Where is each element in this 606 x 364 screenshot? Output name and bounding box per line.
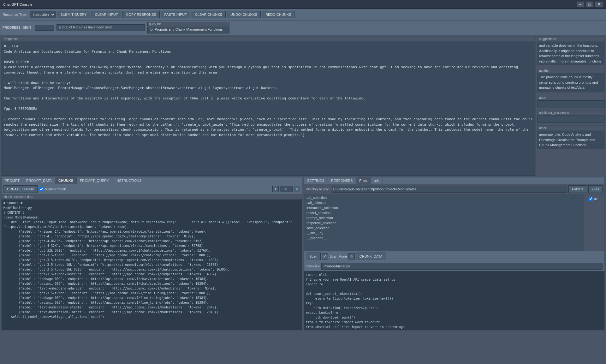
scan-nav-left[interactable]: < xyxy=(322,253,328,260)
redo-chunks-button[interactable]: REDO CHUNKS xyxy=(262,11,294,18)
abort-legend: abort xyxy=(537,95,604,100)
create-chunk-button[interactable]: CREATE CHUNK xyxy=(3,185,38,193)
file-item-save-selection[interactable]: save_selection xyxy=(304,225,584,230)
chunk-toolbar: CREATE CHUNK custom chunk < > xyxy=(2,184,302,194)
tab-prompt-query[interactable]: PROMPT_QUERY xyxy=(77,177,112,184)
maximize-button[interactable]: □ xyxy=(586,2,593,7)
title-bar-title: Chat GPT Console xyxy=(3,3,32,6)
additional-responses-box: additional_responses xyxy=(537,110,605,123)
scan-button[interactable]: Scan xyxy=(306,253,321,260)
tab-prompt[interactable]: PROMPT xyxy=(2,177,23,184)
file-item-instruction-selection[interactable]: instruction_selection xyxy=(304,205,584,210)
progress-section: PROGRESS SENT a total of 6 chunks have b… xyxy=(0,21,606,35)
copy-response-button[interactable]: COPY RESPONSE xyxy=(122,11,159,18)
sent-label: SENT xyxy=(23,26,32,29)
nav-next-button[interactable]: > xyxy=(294,186,300,192)
notation-legend: notation xyxy=(537,68,604,73)
all-checkbox[interactable] xyxy=(589,197,593,201)
file-item-model-selecion[interactable]: model_selecion xyxy=(304,210,584,215)
clear-input-button[interactable]: CLEAR INPUT xyxy=(92,11,122,18)
file-item-call-selection[interactable]: call_selection xyxy=(304,200,584,205)
file-item-api-selection[interactable]: api_selection xyxy=(304,195,584,200)
response-box: Response #TITLE# Code Analysis and Docst… xyxy=(1,36,536,176)
tab-settings[interactable]: SETTINGS xyxy=(304,177,328,184)
nav-prev-button[interactable]: < xyxy=(272,186,279,192)
additional-responses-legend: additional_responses xyxy=(537,110,604,116)
dir-scan-row: Directory to scan: Folders Files xyxy=(304,184,604,194)
files-button[interactable]: Files xyxy=(588,185,603,193)
all-checkbox-label: all xyxy=(587,196,603,202)
all-label: all xyxy=(594,197,597,201)
close-button[interactable]: ✕ xyxy=(595,2,603,7)
chunk-data-button[interactable]: CHUNK_DATA xyxy=(356,253,386,260)
minimize-button[interactable]: ─ xyxy=(577,2,584,7)
sent-text: a total of 6 chunks have been sent xyxy=(56,24,145,31)
generate-title-text: generate_title: Code Analysis and Docstr… xyxy=(537,131,604,149)
other-box: other generate_title: Code Analysis and … xyxy=(537,125,605,149)
chunk-title-area: chunk title xyxy=(304,261,604,271)
submit-query-button[interactable]: SUBMIT QUERY xyxy=(57,11,90,18)
chunk-nav: < > xyxy=(272,186,300,192)
tab-responses[interactable]: RESPONSES xyxy=(328,177,356,184)
response-legend: Response xyxy=(2,37,535,42)
dir-label: Directory to scan: xyxy=(306,188,330,191)
other-legend: other xyxy=(537,126,604,131)
suggestions-text: and variable does within the functions. … xyxy=(537,42,604,65)
custom-chunk-checkbox[interactable] xyxy=(39,187,44,191)
tab-chunks[interactable]: CHUNKS xyxy=(55,177,77,184)
file-item-pycache[interactable]: __pycache__ xyxy=(304,236,584,241)
paste-input-button[interactable]: PASTE INPUT xyxy=(161,11,190,18)
all-checkbox-area: all xyxy=(585,194,604,251)
custom-chunk-label: custom chunk xyxy=(39,187,66,191)
folders-button[interactable]: Folders xyxy=(568,185,587,193)
nav-index-input[interactable] xyxy=(280,186,293,192)
right-suggestions-panel: suggestions and variable does within the… xyxy=(537,36,605,176)
abort-input[interactable] xyxy=(537,100,604,107)
query-title-label: query title xyxy=(147,22,229,26)
response-text[interactable]: #TITLE# Code Analysis and Docstrings Cre… xyxy=(2,42,535,176)
tab-urls[interactable]: urls xyxy=(371,177,383,184)
title-bar: Chat GPT Console ─ □ ✕ xyxy=(0,0,606,9)
chunk-section-label: chunk sectioned data xyxy=(2,194,302,200)
toolbar: Response Type: instruction code text SUB… xyxy=(0,9,606,21)
files-panel: SETTINGS RESPONSES Files urls Directory … xyxy=(304,177,605,331)
chunk-title-input[interactable] xyxy=(321,263,603,270)
undo-chunks-button[interactable]: UNDOI CHUNKS xyxy=(227,11,261,18)
scan-nav-right[interactable]: > xyxy=(348,253,355,260)
clear-chunks-button[interactable]: CLEAR CHUNKS xyxy=(192,11,226,18)
bottom-right-tabs: SETTINGS RESPONSES Files urls xyxy=(304,177,604,184)
suggestions-legend: suggestions xyxy=(537,37,604,42)
chunk-title-label: chunk title xyxy=(306,265,320,268)
suggestions-box: suggestions and variable does within the… xyxy=(537,36,605,65)
additional-responses-input[interactable] xyxy=(537,116,604,122)
code-content-area[interactable]: import nltk # Ensure you have OpenAI API… xyxy=(304,271,604,330)
chunk-data-area[interactable]: # SOURCE # ModelBuilder.py # CONTENT # c… xyxy=(2,200,302,330)
tab-prompt-data[interactable]: PROMPT_DATA xyxy=(23,177,55,184)
file-list-container: api_selection call_selection instruction… xyxy=(304,194,604,251)
tab-files[interactable]: Files xyxy=(356,177,371,184)
file-list: api_selection call_selection instruction… xyxy=(304,194,584,251)
response-type-label: Response Type: xyxy=(3,13,27,16)
response-type-select[interactable]: instruction code text xyxy=(30,11,56,18)
tab-instructions[interactable]: INSTRUCTIONS xyxy=(112,177,145,184)
file-item-prompt-selection[interactable]: prompt_selection xyxy=(304,215,584,220)
bottom-panels: PROMPT PROMPT_DATA CHUNKS PROMPT_QUERY I… xyxy=(0,177,606,332)
bottom-left-tabs: PROMPT PROMPT_DATA CHUNKS PROMPT_QUERY I… xyxy=(2,177,302,184)
file-item-response-selection[interactable]: response_selection xyxy=(304,220,584,225)
notation-text: The provided code chunk is mostly center… xyxy=(537,73,604,92)
progress-bar xyxy=(35,25,54,31)
dir-input[interactable] xyxy=(332,186,567,193)
scan-mode-label: Scan Mode xyxy=(330,254,347,258)
scan-toolbar: Scan < Scan Mode > CHUNK_DATA xyxy=(304,251,604,261)
notation-box: notation The provided code chunk is most… xyxy=(537,68,605,92)
query-title-value: for Prompts and Chunk Management Functio… xyxy=(147,27,229,33)
query-title-group: query title for Prompts and Chunk Manage… xyxy=(147,22,229,33)
chunks-panel: PROMPT PROMPT_DATA CHUNKS PROMPT_QUERY I… xyxy=(1,177,302,331)
title-bar-controls: ─ □ ✕ xyxy=(577,2,603,7)
file-item-init-py[interactable]: __init__.py xyxy=(304,230,584,236)
progress-label: PROGRESS xyxy=(3,26,21,29)
abort-box: abort xyxy=(537,95,605,108)
